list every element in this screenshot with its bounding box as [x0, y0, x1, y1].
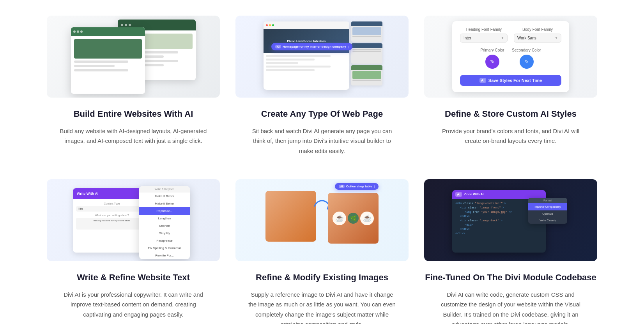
front-line3 [74, 69, 128, 71]
img-result: ☕ 🌿 ☕ [328, 193, 379, 244]
thumb-line2 [352, 49, 381, 50]
tag5c: > [501, 219, 502, 222]
feature-title-write: Write & Refine Website Text [77, 272, 190, 283]
feature-desc-images: Supply a reference image to Divi AI and … [248, 290, 396, 324]
browser-body [264, 53, 349, 75]
format-header: Format [528, 198, 567, 203]
thumb-body2 [351, 48, 382, 54]
body-font-value: Work Sans [517, 36, 536, 40]
thumb3 [351, 65, 382, 85]
ai-badge-refine: AI [339, 185, 345, 188]
colors-row: Primary Color ✎ Secondary Color ✎ [460, 48, 561, 69]
thumb-img3 [352, 71, 381, 79]
feature-desc-codebase: Divi AI can write code, generate custom … [437, 290, 585, 324]
class5: class= [468, 219, 478, 222]
menu-item-simplify[interactable]: Simplify [139, 230, 190, 237]
thumb-header1 [351, 21, 382, 26]
code-editor-header: AI Code With AI [452, 190, 546, 199]
heading-font-selector: Heading Font Family Inter ▼ [460, 27, 508, 43]
class3: src= [473, 210, 479, 214]
menu-item-shorten[interactable]: Shorten [139, 222, 190, 230]
f-dot2 [77, 30, 79, 33]
ai-badge: AI [275, 45, 281, 48]
content-type-label: Content Type [76, 202, 148, 205]
font-selectors-row: Heading Font Family Inter ▼ Body Font Fa… [460, 27, 561, 43]
feature-image-create-page: Elena Hawthorne Interiors AI Homepage [235, 16, 409, 98]
feature-card-create-page: Elena Hawthorne Interiors AI Homepage [235, 16, 409, 156]
context-menu: Write & Replace Make It Better Make it B… [139, 186, 190, 259]
images-mockup: AI Coffee shop table | ☕ 🌿 ☕ [260, 183, 384, 257]
thumb-line4 [352, 80, 381, 81]
thumb-line1 [352, 36, 381, 37]
website-mockup: ✦ [71, 20, 196, 94]
front-line1 [74, 61, 128, 63]
feature-title-build: Build Entire Websites With AI [74, 109, 193, 120]
thumb-header2 [351, 43, 382, 48]
menu-item-lengthen[interactable]: Lengthen [139, 215, 190, 222]
feature-desc-styles: Provide your brand's colors and fonts, a… [437, 126, 585, 146]
heading-font-select[interactable]: Inter ▼ [460, 34, 508, 43]
coffee-items: ☕ 🌿 ☕ [328, 193, 379, 244]
tag7: </div> [460, 228, 470, 231]
menu-item-paraphrase[interactable]: Paraphrase [139, 237, 190, 244]
context-menu-header: Write & Replace [139, 186, 190, 192]
feature-desc-write: Divi AI is your professional copywriter.… [59, 290, 207, 320]
val1: "image-container" [475, 202, 502, 205]
menu-item-spelling[interactable]: Fix Spelling & Grammar [139, 244, 190, 252]
dot1 [121, 24, 123, 26]
menu-item-rewrite[interactable]: Rewrite For... [139, 252, 190, 259]
front-img [74, 39, 142, 59]
body-font-label: Body Font Family [514, 27, 561, 32]
feature-title-styles: Define & Store Custom AI Styles [445, 109, 577, 120]
format-item-improve[interactable]: Improve Compatibility [528, 203, 567, 210]
code-with-ai-label: Code With AI [464, 192, 483, 196]
mockup-front [71, 27, 145, 94]
feature-image-build-websites: ✦ [47, 16, 220, 98]
tag6: <div> [465, 223, 473, 226]
browser-content: Elena Hawthorne Interiors [264, 29, 349, 75]
val5: "image-back" [479, 219, 499, 222]
body-font-arrow: ▼ [555, 36, 558, 40]
side-thumbnails [351, 21, 382, 85]
feature-image-custom-styles: Heading Font Family Inter ▼ Body Font Fa… [424, 16, 597, 98]
feature-image-refine-images: AI Coffee shop table | ☕ 🌿 ☕ [235, 179, 409, 261]
tag1: <div [455, 202, 462, 205]
format-item-optimize[interactable]: Optimize [528, 210, 567, 217]
secondary-color-circle[interactable]: ✎ [520, 55, 534, 69]
feature-title-images: Refine & Modify Existing Images [256, 272, 388, 283]
thumb-line3 [352, 51, 381, 52]
class1: class= [464, 202, 473, 205]
feature-image-codebase: AI Code With AI <div class= "image-conta… [424, 179, 597, 261]
about-textarea[interactable]: Inticing headline for my online store [76, 218, 148, 230]
feature-desc-build: Build any website with AI-designed layou… [59, 126, 207, 146]
cl8: </div> [455, 232, 543, 235]
menu-item-make-better2[interactable]: Make it Better [139, 200, 190, 207]
front-line2 [74, 65, 115, 67]
write-panel: Write With AI Content Type Title What ar… [71, 184, 196, 256]
bl5 [266, 69, 315, 71]
save-styles-label: Save Styles For Next Time [488, 78, 542, 83]
format-item-clean[interactable]: Write Cleanly [528, 217, 567, 224]
bl4 [266, 66, 331, 68]
primary-color-item: Primary Color ✎ [480, 48, 504, 69]
plant1: 🌿 [348, 213, 359, 224]
menu-item-rephrase[interactable]: Rephrase... [139, 207, 190, 215]
tag1c: > [504, 202, 506, 205]
dot2 [125, 24, 127, 26]
primary-color-circle[interactable]: ✎ [485, 55, 499, 69]
menu-item-make-better1[interactable]: Make It Better [139, 192, 190, 200]
feature-card-custom-styles: Heading Font Family Inter ▼ Body Font Fa… [424, 16, 597, 156]
body-font-select[interactable]: Work Sans ▼ [514, 34, 561, 43]
tag2c: > [502, 206, 504, 209]
styles-panel: Heading Font Family Inter ▼ Body Font Fa… [452, 21, 569, 92]
content-type-input[interactable]: Title [76, 206, 148, 212]
thumb2 [351, 43, 382, 64]
primary-color-label: Primary Color [480, 48, 504, 52]
tag3c: /> [509, 210, 512, 214]
format-menu: Format Improve Compatibility Optimize Wr… [528, 198, 567, 224]
val2: "image-front" [479, 206, 501, 209]
img-original-content [265, 191, 316, 242]
code-panel: AI Code With AI <div class= "image-conta… [452, 186, 569, 255]
secondary-color-label: Secondary Color [512, 48, 541, 52]
save-styles-button[interactable]: AI Save Styles For Next Time [460, 75, 561, 86]
